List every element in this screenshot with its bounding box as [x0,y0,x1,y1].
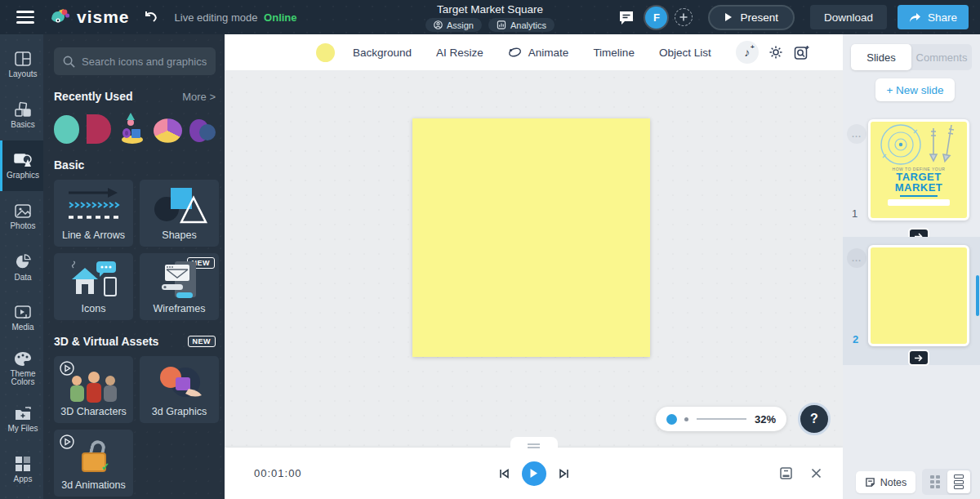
close-timeline-icon[interactable] [811,468,822,479]
recently-used-header: Recently Used More > [54,90,216,103]
sidebar-item-graphics[interactable]: Graphics [0,140,43,191]
slide1-underline [900,195,938,197]
graphics-icon [13,152,33,168]
add-collaborator-icon[interactable] [675,8,693,26]
sidebar-item-data[interactable]: Data [0,242,43,292]
settings-gear-icon[interactable] [768,45,783,60]
icons-tile[interactable]: Icons [54,253,133,320]
download-label: Download [824,11,873,24]
sidebar-item-media[interactable]: Media [0,292,43,343]
slide-canvas[interactable] [412,118,650,357]
avatar[interactable]: F [645,7,667,29]
new-badge: NEW [188,336,216,347]
comments-icon[interactable] [618,10,635,25]
topbar-center: Target Market Square Assign Analytics [425,3,555,32]
dartboard-art [873,122,964,166]
skip-start-icon[interactable] [498,468,510,479]
undo-icon[interactable] [143,11,158,24]
sidebar-item-label: Apps [14,475,33,483]
find-replace-icon[interactable] [794,45,809,60]
sidebar-item-my-files[interactable]: My Files [0,394,43,444]
zoom-value: 32% [755,413,776,425]
sidebar-item-basics[interactable]: Basics [0,90,43,140]
shapes-tile[interactable]: Shapes [140,180,219,247]
analytics-label: Analytics [510,20,546,30]
music-note-glyph: ♪ [744,46,750,59]
present-button[interactable]: Present [708,5,795,30]
visme-logo[interactable]: visme [49,7,130,27]
canvas-area[interactable]: 32% ? [225,70,843,499]
zoom-slider-thumb[interactable] [666,414,677,425]
hamburger-menu-icon[interactable] [13,7,38,27]
list-view-icon[interactable] [947,470,971,493]
doc-actions: Assign Analytics [425,18,555,32]
analytics-button[interactable]: Analytics [488,18,555,32]
timeline-button[interactable]: Timeline [593,47,635,59]
new-slide-button[interactable]: + New slide [875,78,955,101]
recent-crimson-half-shape[interactable] [87,114,111,144]
timeline-label: Timeline [593,47,635,59]
sidebar-item-photos[interactable]: Photos [0,191,43,242]
playbar-drag-handle[interactable] [510,437,558,448]
share-button[interactable]: Share [898,5,969,29]
wireframes-art [140,260,219,301]
background-color-swatch[interactable] [316,43,335,62]
assign-person-icon [434,20,443,29]
sidebar-item-theme-colors[interactable]: Theme Colors [0,343,43,394]
zoom-slider-track[interactable] [697,418,746,420]
slide2-row-selected: ... 2 [843,237,980,365]
download-button[interactable]: Download [810,5,887,29]
3d-characters-tile[interactable]: 3D Characters [54,356,133,423]
help-button[interactable]: ? [798,403,831,435]
playbar-right-icons [779,466,843,480]
icons-art [54,260,133,299]
sidebar-item-apps[interactable]: Apps [0,444,43,495]
slides-scrollbar[interactable] [976,275,979,316]
slides-view-toggle [922,469,972,495]
slide2-transition-button[interactable] [910,351,928,364]
background-label: Background [353,47,412,59]
ai-resize-button[interactable]: AI Resize [436,47,483,59]
assign-button[interactable]: Assign [425,18,482,32]
3d-characters-art [54,369,133,403]
recent-teal-circle-shape[interactable] [54,115,79,144]
sidebar-item-layouts[interactable]: Layouts [0,39,43,90]
animate-button[interactable]: Animate [508,47,569,59]
tile-label: 3d Graphics [152,406,207,417]
document-title[interactable]: Target Market Square [425,3,555,16]
line-arrows-tile[interactable]: Line & Arrows [54,180,133,247]
search-input[interactable] [82,56,207,68]
skip-end-icon[interactable] [559,468,570,479]
tab-comments[interactable]: Comments [911,44,972,70]
slide2-thumbnail[interactable] [868,245,969,346]
recent-3d-spheres[interactable] [189,118,216,144]
slide2-menu-dots[interactable]: ... [847,248,866,268]
grid-view-icon[interactable] [924,470,947,493]
slide1-menu-dots[interactable]: ... [847,124,866,144]
sidebar-item-label: Layouts [8,70,37,78]
zoom-slider-stop [684,417,688,421]
presenter-view-icon[interactable] [779,466,793,480]
layouts-icon [14,51,32,67]
slides-comments-tabs: Slides Comments [851,44,972,70]
notes-icon [865,477,875,488]
play-button[interactable] [522,461,546,486]
tile-label: Line & Arrows [62,229,125,241]
wireframes-tile[interactable]: NEW Wireframes [140,253,219,320]
sidebar-item-label: Graphics [7,172,39,180]
object-list-button[interactable]: Object List [659,47,711,59]
recent-3d-geometric-stack[interactable] [118,113,146,144]
slide1-thumbnail[interactable]: HOW TO DEFINE YOUR TARGET MARKET [868,119,969,221]
left-icon-rail: Layouts Basics Graphics Photos Data [0,34,43,499]
media-icon [14,305,32,320]
background-button[interactable]: Background [353,47,412,59]
3d-graphics-tile[interactable]: 3d Graphics [140,356,219,423]
3d-animations-tile[interactable]: ✓ 3d Animations [54,430,133,497]
search-box[interactable] [54,47,216,75]
notes-button[interactable]: Notes [856,471,915,493]
add-music-icon[interactable]: ♪ + [736,41,759,64]
zoom-control: 32% [656,407,786,431]
tab-slides[interactable]: Slides [851,44,911,70]
recent-3d-pie-chart[interactable] [154,118,182,144]
more-link[interactable]: More > [182,91,216,103]
